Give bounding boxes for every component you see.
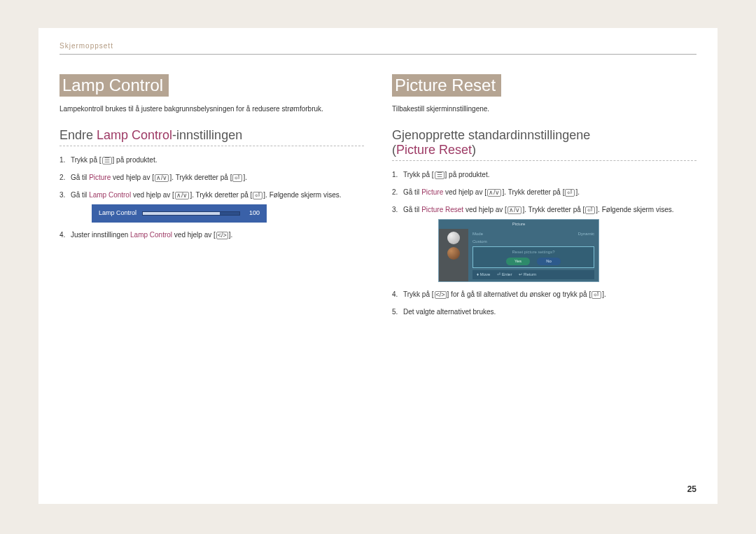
manual-page: Skjermoppsett Lamp Control Lampekontroll… [38, 28, 718, 504]
page-number: 25 [687, 484, 696, 494]
step-text: . [231, 231, 233, 239]
enter-icon: ⏎ [565, 189, 575, 197]
step-text: ved hjelp av [111, 174, 152, 181]
subheading-accent: Lamp Control [97, 128, 172, 142]
step-5: Det valgte alternativet brukes. [392, 307, 696, 317]
confirm-dialog: Reset picture settings? Yes No [472, 246, 594, 268]
section-title-lamp-control: Lamp Control [59, 74, 169, 97]
dialog-message: Reset picture settings? [475, 249, 592, 255]
step-1: Trykk på [☰] på produktet. [392, 169, 696, 180]
step-3: Gå til Picture Reset ved hjelp av [∧/∨].… [392, 204, 696, 282]
subheading-accent: Picture Reset [396, 143, 472, 157]
yes-button[interactable]: Yes [506, 258, 530, 265]
step-text: Gå til [403, 206, 421, 213]
step-2: Gå til Picture ved hjelp av [∧/∨]. Trykk… [59, 172, 364, 183]
dialog-buttons: Yes No [475, 258, 592, 265]
row-value: Dynamic [578, 231, 594, 237]
subheading-pre: Endre [59, 128, 97, 142]
step-text: ved hjelp av [131, 191, 172, 199]
accent-text: Picture Reset [421, 206, 463, 213]
subheading-line2post: ) [472, 143, 476, 157]
accent-text: Picture [89, 174, 111, 181]
accent-text: Lamp Control [130, 231, 172, 239]
step-text: . Følgende skjerm vises. [598, 206, 673, 213]
steps-list-left: Trykk på [☰] på produktet. Gå til Pictur… [59, 155, 364, 240]
step-text: ved hjelp av [172, 231, 214, 239]
step-text: Gå til [403, 188, 421, 196]
slider-value: 100 [246, 209, 260, 218]
right-column: Picture Reset Tilbakestill skjerminnstil… [392, 74, 696, 324]
step-1: Trykk på [☰] på produktet. [59, 155, 364, 165]
step-text: ved hjelp av [443, 188, 484, 196]
step-3: Gå til Lamp Control ved hjelp av [∧/∨]. … [59, 190, 364, 223]
step-text: på produktet. [114, 156, 157, 164]
intro-text: Lampekontroll brukes til å justere bakgr… [59, 105, 364, 113]
slider-fill [143, 212, 220, 215]
accent-text: Lamp Control [89, 191, 131, 199]
enter-icon: ⏎ [253, 192, 262, 199]
fig-main: ModeDynamic Custom Reset picture setting… [468, 229, 598, 281]
step-text: . Trykk deretter på [192, 191, 250, 199]
row-label: Mode [472, 231, 483, 237]
step-text: . Trykk deretter på [172, 174, 230, 181]
steps-list-right: Trykk på [☰] på produktet. Gå til Pictur… [392, 169, 696, 317]
row-label: Custom [472, 239, 487, 245]
subheading-line1: Gjenopprette standardinnstillingene [392, 128, 590, 142]
breadcrumb: Skjermoppsett [59, 42, 696, 50]
step-text: Trykk på [403, 290, 432, 298]
enter-icon: ⏎ [585, 206, 595, 214]
menu-icon: ☰ [102, 157, 112, 164]
enter-icon: ⏎ [232, 174, 242, 182]
fig-body: ModeDynamic Custom Reset picture setting… [439, 229, 598, 281]
step-text: . [245, 174, 247, 181]
step-4: Trykk på [</>] for å gå til alternativet… [392, 289, 696, 300]
step-4: Juster innstillingen Lamp Control ved hj… [59, 230, 364, 240]
fig-footer: ♦ Move ⏎ Enter ↩ Return [472, 270, 594, 279]
no-button[interactable]: No [537, 258, 561, 265]
fig-title: Picture [439, 220, 598, 229]
step-text: Gå til [71, 191, 89, 199]
fig-row: ModeDynamic [472, 231, 594, 237]
fig-row: Custom [472, 239, 594, 245]
step-text: Trykk på [71, 156, 99, 164]
subheading-post: -innstillingen [172, 128, 242, 142]
updown-icon: ∧/∨ [487, 189, 502, 197]
step-text: Gå til [71, 174, 89, 181]
footer-return: ↩ Return [519, 272, 536, 278]
section-title-picture-reset: Picture Reset [392, 74, 501, 97]
enter-icon: ⏎ [592, 291, 601, 299]
divider [59, 54, 696, 55]
step-text: på produktet. [447, 171, 489, 178]
menu-icon: ☰ [435, 171, 444, 179]
step-2: Gå til Picture ved hjelp av [∧/∨]. Trykk… [392, 187, 696, 197]
step-text: Trykk på [403, 171, 432, 178]
orb-icon [447, 232, 460, 244]
intro-text: Tilbakestill skjerminnstillingene. [392, 105, 696, 113]
slider-figure: Lamp Control 100 [92, 204, 267, 223]
updown-icon: ∧/∨ [175, 192, 190, 199]
step-text: . Trykk deretter på [504, 188, 562, 196]
subheading-lamp-control: Endre Lamp Control-innstillingen [59, 128, 364, 146]
slider-label: Lamp Control [99, 209, 136, 218]
step-text: Juster innstillingen [71, 231, 130, 239]
footer-move: ♦ Move [477, 272, 490, 278]
step-text: for å gå til alternativet du ønsker og t… [449, 290, 589, 298]
subheading-picture-reset: Gjenopprette standardinnstillingene (Pic… [392, 128, 696, 161]
orb-icon [447, 247, 460, 260]
step-text: . Følgende skjerm vises. [265, 191, 341, 199]
fig-sidebar [439, 229, 468, 281]
accent-text: Picture [421, 188, 443, 196]
step-text: Det valgte alternativet brukes. [403, 308, 496, 316]
step-text: . [578, 188, 580, 196]
left-column: Lamp Control Lampekontroll brukes til å … [59, 74, 364, 324]
step-text: . [604, 290, 606, 298]
leftright-icon: </> [216, 232, 228, 239]
updown-icon: ∧/∨ [155, 174, 169, 182]
slider-track [142, 211, 240, 216]
step-text: ved hjelp av [463, 206, 505, 213]
updown-icon: ∧/∨ [507, 206, 522, 214]
step-text: . Trykk deretter på [524, 206, 582, 213]
content-columns: Lamp Control Lampekontroll brukes til å … [59, 74, 696, 324]
reset-dialog-figure: Picture ModeDynamic Custom Reset picture [438, 219, 599, 282]
leftright-icon: </> [435, 291, 447, 299]
